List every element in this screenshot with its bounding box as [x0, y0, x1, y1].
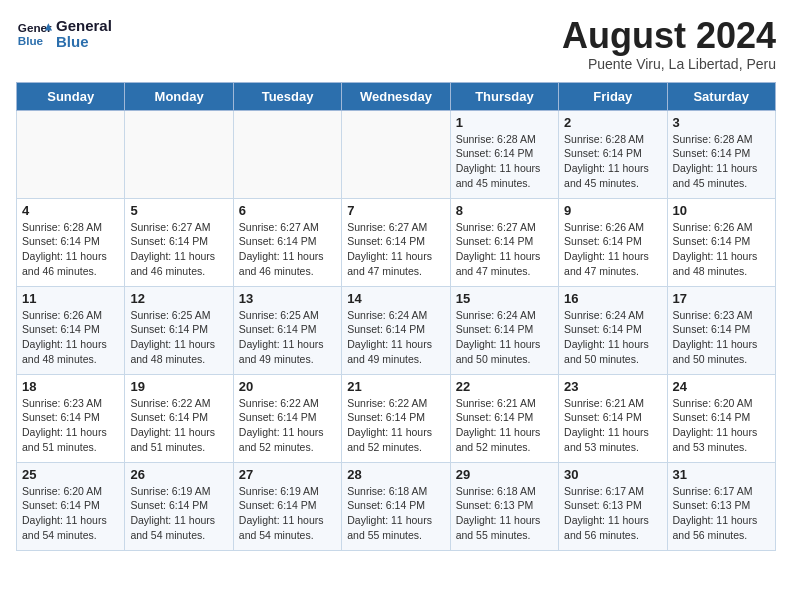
day-number: 30: [564, 467, 661, 482]
calendar-cell: 10Sunrise: 6:26 AM Sunset: 6:14 PM Dayli…: [667, 198, 775, 286]
day-info: Sunrise: 6:28 AM Sunset: 6:14 PM Dayligh…: [22, 220, 119, 279]
day-of-week-header: Wednesday: [342, 82, 450, 110]
day-info: Sunrise: 6:17 AM Sunset: 6:13 PM Dayligh…: [564, 484, 661, 543]
calendar-cell: 13Sunrise: 6:25 AM Sunset: 6:14 PM Dayli…: [233, 286, 341, 374]
day-number: 26: [130, 467, 227, 482]
day-number: 9: [564, 203, 661, 218]
calendar-cell: [125, 110, 233, 198]
day-of-week-header: Thursday: [450, 82, 558, 110]
day-number: 8: [456, 203, 553, 218]
day-info: Sunrise: 6:26 AM Sunset: 6:14 PM Dayligh…: [673, 220, 770, 279]
logo-icon: General Blue: [16, 16, 52, 52]
day-number: 14: [347, 291, 444, 306]
day-number: 29: [456, 467, 553, 482]
calendar-cell: 24Sunrise: 6:20 AM Sunset: 6:14 PM Dayli…: [667, 374, 775, 462]
calendar-cell: 23Sunrise: 6:21 AM Sunset: 6:14 PM Dayli…: [559, 374, 667, 462]
day-number: 17: [673, 291, 770, 306]
day-info: Sunrise: 6:24 AM Sunset: 6:14 PM Dayligh…: [456, 308, 553, 367]
calendar-cell: 5Sunrise: 6:27 AM Sunset: 6:14 PM Daylig…: [125, 198, 233, 286]
calendar-cell: 12Sunrise: 6:25 AM Sunset: 6:14 PM Dayli…: [125, 286, 233, 374]
day-number: 7: [347, 203, 444, 218]
calendar-cell: 3Sunrise: 6:28 AM Sunset: 6:14 PM Daylig…: [667, 110, 775, 198]
day-of-week-header: Tuesday: [233, 82, 341, 110]
logo: General Blue General Blue: [16, 16, 112, 52]
day-of-week-header: Monday: [125, 82, 233, 110]
day-number: 13: [239, 291, 336, 306]
day-number: 20: [239, 379, 336, 394]
calendar-cell: 29Sunrise: 6:18 AM Sunset: 6:13 PM Dayli…: [450, 462, 558, 550]
day-of-week-header: Sunday: [17, 82, 125, 110]
calendar-cell: 11Sunrise: 6:26 AM Sunset: 6:14 PM Dayli…: [17, 286, 125, 374]
day-info: Sunrise: 6:21 AM Sunset: 6:14 PM Dayligh…: [456, 396, 553, 455]
calendar-cell: 1Sunrise: 6:28 AM Sunset: 6:14 PM Daylig…: [450, 110, 558, 198]
day-info: Sunrise: 6:23 AM Sunset: 6:14 PM Dayligh…: [673, 308, 770, 367]
day-number: 12: [130, 291, 227, 306]
svg-text:Blue: Blue: [18, 34, 44, 47]
calendar-cell: 8Sunrise: 6:27 AM Sunset: 6:14 PM Daylig…: [450, 198, 558, 286]
calendar-cell: 19Sunrise: 6:22 AM Sunset: 6:14 PM Dayli…: [125, 374, 233, 462]
title-block: August 2024 Puente Viru, La Libertad, Pe…: [562, 16, 776, 72]
calendar-cell: 30Sunrise: 6:17 AM Sunset: 6:13 PM Dayli…: [559, 462, 667, 550]
day-number: 28: [347, 467, 444, 482]
logo-text-general: General: [56, 18, 112, 35]
day-info: Sunrise: 6:25 AM Sunset: 6:14 PM Dayligh…: [239, 308, 336, 367]
day-info: Sunrise: 6:27 AM Sunset: 6:14 PM Dayligh…: [456, 220, 553, 279]
day-info: Sunrise: 6:18 AM Sunset: 6:14 PM Dayligh…: [347, 484, 444, 543]
day-number: 31: [673, 467, 770, 482]
logo-text-blue: Blue: [56, 34, 112, 51]
day-info: Sunrise: 6:27 AM Sunset: 6:14 PM Dayligh…: [239, 220, 336, 279]
calendar-week-row: 11Sunrise: 6:26 AM Sunset: 6:14 PM Dayli…: [17, 286, 776, 374]
day-info: Sunrise: 6:24 AM Sunset: 6:14 PM Dayligh…: [564, 308, 661, 367]
day-number: 18: [22, 379, 119, 394]
day-number: 24: [673, 379, 770, 394]
calendar-week-row: 18Sunrise: 6:23 AM Sunset: 6:14 PM Dayli…: [17, 374, 776, 462]
calendar-cell: 22Sunrise: 6:21 AM Sunset: 6:14 PM Dayli…: [450, 374, 558, 462]
calendar-week-row: 1Sunrise: 6:28 AM Sunset: 6:14 PM Daylig…: [17, 110, 776, 198]
calendar-cell: 6Sunrise: 6:27 AM Sunset: 6:14 PM Daylig…: [233, 198, 341, 286]
calendar-cell: 28Sunrise: 6:18 AM Sunset: 6:14 PM Dayli…: [342, 462, 450, 550]
day-info: Sunrise: 6:27 AM Sunset: 6:14 PM Dayligh…: [347, 220, 444, 279]
calendar-cell: 26Sunrise: 6:19 AM Sunset: 6:14 PM Dayli…: [125, 462, 233, 550]
calendar-cell: 4Sunrise: 6:28 AM Sunset: 6:14 PM Daylig…: [17, 198, 125, 286]
calendar-cell: 31Sunrise: 6:17 AM Sunset: 6:13 PM Dayli…: [667, 462, 775, 550]
day-number: 6: [239, 203, 336, 218]
day-number: 10: [673, 203, 770, 218]
calendar-cell: 17Sunrise: 6:23 AM Sunset: 6:14 PM Dayli…: [667, 286, 775, 374]
day-info: Sunrise: 6:21 AM Sunset: 6:14 PM Dayligh…: [564, 396, 661, 455]
day-info: Sunrise: 6:22 AM Sunset: 6:14 PM Dayligh…: [239, 396, 336, 455]
day-info: Sunrise: 6:22 AM Sunset: 6:14 PM Dayligh…: [130, 396, 227, 455]
day-number: 21: [347, 379, 444, 394]
calendar-week-row: 4Sunrise: 6:28 AM Sunset: 6:14 PM Daylig…: [17, 198, 776, 286]
calendar-cell: 7Sunrise: 6:27 AM Sunset: 6:14 PM Daylig…: [342, 198, 450, 286]
day-info: Sunrise: 6:24 AM Sunset: 6:14 PM Dayligh…: [347, 308, 444, 367]
day-info: Sunrise: 6:23 AM Sunset: 6:14 PM Dayligh…: [22, 396, 119, 455]
day-info: Sunrise: 6:28 AM Sunset: 6:14 PM Dayligh…: [456, 132, 553, 191]
calendar-header-row: SundayMondayTuesdayWednesdayThursdayFrid…: [17, 82, 776, 110]
day-number: 1: [456, 115, 553, 130]
calendar-cell: 18Sunrise: 6:23 AM Sunset: 6:14 PM Dayli…: [17, 374, 125, 462]
calendar-week-row: 25Sunrise: 6:20 AM Sunset: 6:14 PM Dayli…: [17, 462, 776, 550]
day-number: 19: [130, 379, 227, 394]
day-info: Sunrise: 6:28 AM Sunset: 6:14 PM Dayligh…: [564, 132, 661, 191]
calendar-cell: 9Sunrise: 6:26 AM Sunset: 6:14 PM Daylig…: [559, 198, 667, 286]
day-number: 2: [564, 115, 661, 130]
day-info: Sunrise: 6:22 AM Sunset: 6:14 PM Dayligh…: [347, 396, 444, 455]
day-number: 27: [239, 467, 336, 482]
calendar-cell: 20Sunrise: 6:22 AM Sunset: 6:14 PM Dayli…: [233, 374, 341, 462]
day-info: Sunrise: 6:17 AM Sunset: 6:13 PM Dayligh…: [673, 484, 770, 543]
day-info: Sunrise: 6:25 AM Sunset: 6:14 PM Dayligh…: [130, 308, 227, 367]
calendar-body: 1Sunrise: 6:28 AM Sunset: 6:14 PM Daylig…: [17, 110, 776, 550]
day-number: 4: [22, 203, 119, 218]
day-info: Sunrise: 6:18 AM Sunset: 6:13 PM Dayligh…: [456, 484, 553, 543]
calendar-cell: 14Sunrise: 6:24 AM Sunset: 6:14 PM Dayli…: [342, 286, 450, 374]
calendar-table: SundayMondayTuesdayWednesdayThursdayFrid…: [16, 82, 776, 551]
day-number: 15: [456, 291, 553, 306]
calendar-cell: 25Sunrise: 6:20 AM Sunset: 6:14 PM Dayli…: [17, 462, 125, 550]
day-info: Sunrise: 6:20 AM Sunset: 6:14 PM Dayligh…: [22, 484, 119, 543]
day-info: Sunrise: 6:28 AM Sunset: 6:14 PM Dayligh…: [673, 132, 770, 191]
day-info: Sunrise: 6:20 AM Sunset: 6:14 PM Dayligh…: [673, 396, 770, 455]
day-number: 3: [673, 115, 770, 130]
day-info: Sunrise: 6:19 AM Sunset: 6:14 PM Dayligh…: [239, 484, 336, 543]
day-info: Sunrise: 6:26 AM Sunset: 6:14 PM Dayligh…: [22, 308, 119, 367]
calendar-cell: 27Sunrise: 6:19 AM Sunset: 6:14 PM Dayli…: [233, 462, 341, 550]
